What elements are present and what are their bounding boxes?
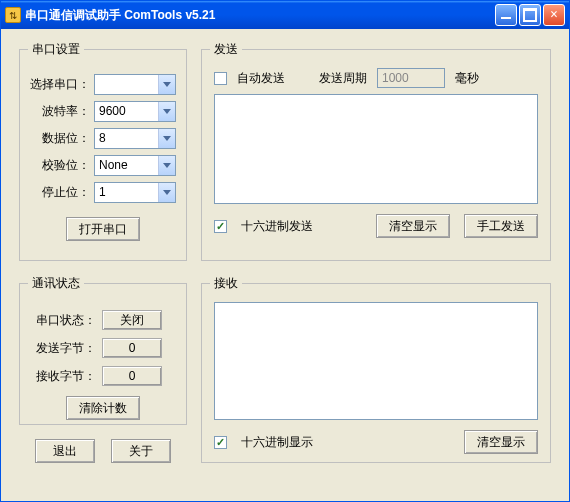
select-port-label: 选择串口：: [30, 76, 90, 93]
databits-label: 数据位：: [30, 130, 90, 147]
chevron-down-icon[interactable]: [158, 156, 175, 175]
hex-display-label: 十六进制显示: [241, 434, 313, 451]
exit-button[interactable]: 退出: [35, 439, 95, 463]
select-port-combo[interactable]: [94, 74, 176, 95]
period-label: 发送周期: [319, 70, 367, 87]
app-icon: ⇅: [5, 7, 21, 23]
hex-send-checkbox[interactable]: [214, 220, 227, 233]
databits-combo[interactable]: 8: [94, 128, 176, 149]
chevron-down-icon[interactable]: [158, 102, 175, 121]
manual-send-button[interactable]: 手工发送: [464, 214, 538, 238]
clear-count-button[interactable]: 清除计数: [66, 396, 140, 420]
maximize-button[interactable]: [519, 4, 541, 26]
recv-textarea[interactable]: [214, 302, 538, 420]
open-port-button[interactable]: 打开串口: [66, 217, 140, 241]
auto-send-label: 自动发送: [237, 70, 285, 87]
parity-combo[interactable]: None: [94, 155, 176, 176]
clear-send-button[interactable]: 清空显示: [376, 214, 450, 238]
send-textarea[interactable]: [214, 94, 538, 204]
port-settings-group: 串口设置 选择串口： 波特率： 9600 数据位：: [19, 41, 187, 261]
stopbits-label: 停止位：: [30, 184, 90, 201]
recv-group: 接收 十六进制显示 清空显示: [201, 275, 551, 463]
recv-legend: 接收: [210, 275, 242, 292]
port-settings-legend: 串口设置: [28, 41, 84, 58]
period-unit: 毫秒: [455, 70, 479, 87]
baud-combo[interactable]: 9600: [94, 101, 176, 122]
minimize-button[interactable]: [495, 4, 517, 26]
titlebar[interactable]: ⇅ 串口通信调试助手 ComTools v5.21: [1, 1, 569, 29]
sent-bytes-label: 发送字节：: [30, 340, 96, 357]
period-input[interactable]: [377, 68, 445, 88]
about-button[interactable]: 关于: [111, 439, 171, 463]
comm-status-group: 通讯状态 串口状态： 关闭 发送字节： 0 接收字节： 0 清除计数: [19, 275, 187, 425]
port-status-label: 串口状态：: [30, 312, 96, 329]
send-legend: 发送: [210, 41, 242, 58]
window-title: 串口通信调试助手 ComTools v5.21: [25, 7, 493, 24]
recv-bytes-value: 0: [102, 366, 162, 386]
parity-label: 校验位：: [30, 157, 90, 174]
comm-status-legend: 通讯状态: [28, 275, 84, 292]
port-status-value: 关闭: [102, 310, 162, 330]
clear-recv-button[interactable]: 清空显示: [464, 430, 538, 454]
sent-bytes-value: 0: [102, 338, 162, 358]
hex-send-label: 十六进制发送: [241, 218, 313, 235]
auto-send-checkbox[interactable]: [214, 72, 227, 85]
chevron-down-icon[interactable]: [158, 129, 175, 148]
chevron-down-icon[interactable]: [158, 183, 175, 202]
close-button[interactable]: [543, 4, 565, 26]
stopbits-combo[interactable]: 1: [94, 182, 176, 203]
send-group: 发送 自动发送 发送周期 毫秒 十六进制发送 清空显示 手工发送: [201, 41, 551, 261]
client-area: 串口设置 选择串口： 波特率： 9600 数据位：: [1, 29, 569, 501]
baud-label: 波特率：: [30, 103, 90, 120]
chevron-down-icon[interactable]: [158, 75, 175, 94]
app-window: ⇅ 串口通信调试助手 ComTools v5.21 串口设置 选择串口： 波特率…: [0, 0, 570, 502]
hex-display-checkbox[interactable]: [214, 436, 227, 449]
recv-bytes-label: 接收字节：: [30, 368, 96, 385]
